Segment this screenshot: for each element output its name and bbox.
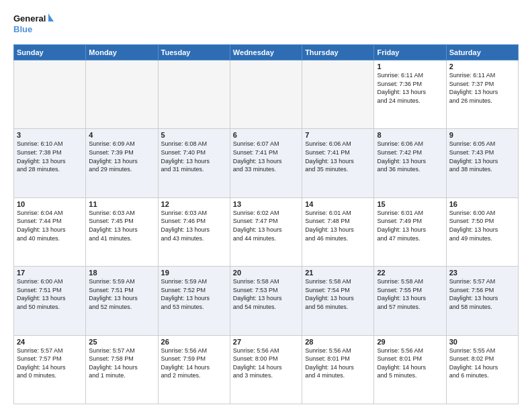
logo-svg: General Blue xyxy=(13,11,54,39)
calendar-day-cell xyxy=(230,60,302,129)
day-info: Sunrise: 5:58 AM Sunset: 7:55 PM Dayligh… xyxy=(377,277,443,311)
calendar-day-cell xyxy=(14,60,86,129)
calendar-day-cell: 18Sunrise: 5:59 AM Sunset: 7:51 PM Dayli… xyxy=(86,267,158,335)
day-number: 3 xyxy=(17,131,83,139)
calendar-day-cell: 30Sunrise: 5:55 AM Sunset: 8:02 PM Dayli… xyxy=(446,335,518,404)
day-number: 8 xyxy=(377,131,443,139)
day-info: Sunrise: 6:06 AM Sunset: 7:42 PM Dayligh… xyxy=(377,140,443,173)
calendar-week-row: 17Sunrise: 6:00 AM Sunset: 7:51 PM Dayli… xyxy=(14,267,519,335)
calendar-day-cell: 2Sunrise: 6:11 AM Sunset: 7:37 PM Daylig… xyxy=(446,60,518,129)
weekday-header: Thursday xyxy=(302,45,374,60)
day-number: 26 xyxy=(161,338,227,346)
calendar-day-cell xyxy=(86,60,158,129)
day-info: Sunrise: 6:05 AM Sunset: 7:43 PM Dayligh… xyxy=(449,140,515,173)
day-number: 25 xyxy=(89,338,154,346)
day-number: 16 xyxy=(449,200,515,208)
calendar-day-cell: 19Sunrise: 5:59 AM Sunset: 7:52 PM Dayli… xyxy=(158,267,230,335)
calendar-day-cell: 1Sunrise: 6:11 AM Sunset: 7:36 PM Daylig… xyxy=(374,60,446,129)
day-info: Sunrise: 6:03 AM Sunset: 7:46 PM Dayligh… xyxy=(161,209,227,242)
day-number: 24 xyxy=(17,338,83,346)
day-info: Sunrise: 5:57 AM Sunset: 7:57 PM Dayligh… xyxy=(17,347,83,380)
day-info: Sunrise: 6:07 AM Sunset: 7:41 PM Dayligh… xyxy=(233,140,299,173)
calendar-day-cell: 20Sunrise: 5:58 AM Sunset: 7:53 PM Dayli… xyxy=(230,267,302,335)
weekday-header: Friday xyxy=(374,45,446,60)
calendar-day-cell: 10Sunrise: 6:04 AM Sunset: 7:44 PM Dayli… xyxy=(14,197,86,266)
logo: General Blue xyxy=(13,11,54,39)
calendar-day-cell: 22Sunrise: 5:58 AM Sunset: 7:55 PM Dayli… xyxy=(374,267,446,335)
day-number: 17 xyxy=(17,269,83,277)
day-number: 29 xyxy=(377,338,443,346)
weekday-header: Sunday xyxy=(14,45,86,60)
calendar-week-row: 3Sunrise: 6:10 AM Sunset: 7:38 PM Daylig… xyxy=(14,129,519,197)
calendar-day-cell: 11Sunrise: 6:03 AM Sunset: 7:45 PM Dayli… xyxy=(86,197,158,266)
calendar-day-cell: 13Sunrise: 6:02 AM Sunset: 7:47 PM Dayli… xyxy=(230,197,302,266)
calendar-day-cell: 26Sunrise: 5:56 AM Sunset: 7:59 PM Dayli… xyxy=(158,335,230,404)
day-info: Sunrise: 6:02 AM Sunset: 7:47 PM Dayligh… xyxy=(233,209,299,242)
day-info: Sunrise: 5:57 AM Sunset: 7:56 PM Dayligh… xyxy=(449,277,515,311)
svg-text:General: General xyxy=(13,13,46,24)
day-number: 27 xyxy=(233,338,299,346)
calendar-day-cell: 9Sunrise: 6:05 AM Sunset: 7:43 PM Daylig… xyxy=(446,129,518,197)
day-number: 2 xyxy=(449,62,515,71)
calendar-day-cell: 12Sunrise: 6:03 AM Sunset: 7:46 PM Dayli… xyxy=(158,197,230,266)
day-number: 7 xyxy=(305,131,371,139)
day-number: 14 xyxy=(305,200,371,208)
day-number: 28 xyxy=(305,338,371,346)
day-info: Sunrise: 5:56 AM Sunset: 7:59 PM Dayligh… xyxy=(161,347,227,380)
day-number: 30 xyxy=(449,338,515,346)
day-number: 22 xyxy=(377,269,443,277)
calendar-week-row: 10Sunrise: 6:04 AM Sunset: 7:44 PM Dayli… xyxy=(14,197,519,266)
day-info: Sunrise: 6:06 AM Sunset: 7:41 PM Dayligh… xyxy=(305,140,371,173)
day-number: 9 xyxy=(449,131,515,139)
calendar-day-cell: 7Sunrise: 6:06 AM Sunset: 7:41 PM Daylig… xyxy=(302,129,374,197)
weekday-header: Monday xyxy=(86,45,158,60)
day-info: Sunrise: 6:11 AM Sunset: 7:37 PM Dayligh… xyxy=(449,71,515,105)
day-info: Sunrise: 6:03 AM Sunset: 7:45 PM Dayligh… xyxy=(89,209,154,242)
day-number: 12 xyxy=(161,200,227,208)
calendar-day-cell: 14Sunrise: 6:01 AM Sunset: 7:48 PM Dayli… xyxy=(302,197,374,266)
day-number: 18 xyxy=(89,269,154,277)
day-number: 21 xyxy=(305,269,371,277)
calendar-day-cell xyxy=(158,60,230,129)
svg-text:Blue: Blue xyxy=(13,24,32,34)
calendar-day-cell: 4Sunrise: 6:09 AM Sunset: 7:39 PM Daylig… xyxy=(86,129,158,197)
calendar-day-cell: 8Sunrise: 6:06 AM Sunset: 7:42 PM Daylig… xyxy=(374,129,446,197)
day-info: Sunrise: 6:00 AM Sunset: 7:51 PM Dayligh… xyxy=(17,277,83,311)
day-info: Sunrise: 6:11 AM Sunset: 7:36 PM Dayligh… xyxy=(377,71,443,105)
weekday-header-row: SundayMondayTuesdayWednesdayThursdayFrid… xyxy=(14,45,519,60)
day-number: 20 xyxy=(233,269,299,277)
day-info: Sunrise: 5:56 AM Sunset: 8:00 PM Dayligh… xyxy=(233,347,299,380)
svg-marker-1 xyxy=(48,13,54,21)
page: General Blue SundayMondayTuesdayWednesda… xyxy=(0,0,532,411)
day-info: Sunrise: 5:58 AM Sunset: 7:54 PM Dayligh… xyxy=(305,277,371,311)
calendar-day-cell: 5Sunrise: 6:08 AM Sunset: 7:40 PM Daylig… xyxy=(158,129,230,197)
day-info: Sunrise: 6:00 AM Sunset: 7:50 PM Dayligh… xyxy=(449,209,515,242)
day-number: 19 xyxy=(161,269,227,277)
calendar-day-cell: 6Sunrise: 6:07 AM Sunset: 7:41 PM Daylig… xyxy=(230,129,302,197)
calendar-day-cell: 27Sunrise: 5:56 AM Sunset: 8:00 PM Dayli… xyxy=(230,335,302,404)
day-number: 11 xyxy=(89,200,154,208)
calendar-day-cell: 21Sunrise: 5:58 AM Sunset: 7:54 PM Dayli… xyxy=(302,267,374,335)
day-info: Sunrise: 6:08 AM Sunset: 7:40 PM Dayligh… xyxy=(161,140,227,173)
weekday-header: Wednesday xyxy=(230,45,302,60)
day-number: 15 xyxy=(377,200,443,208)
day-info: Sunrise: 6:01 AM Sunset: 7:49 PM Dayligh… xyxy=(377,209,443,242)
day-info: Sunrise: 5:59 AM Sunset: 7:51 PM Dayligh… xyxy=(89,277,154,311)
day-number: 4 xyxy=(89,131,154,139)
calendar-day-cell: 23Sunrise: 5:57 AM Sunset: 7:56 PM Dayli… xyxy=(446,267,518,335)
calendar-day-cell: 17Sunrise: 6:00 AM Sunset: 7:51 PM Dayli… xyxy=(14,267,86,335)
day-number: 10 xyxy=(17,200,83,208)
weekday-header: Tuesday xyxy=(158,45,230,60)
weekday-header: Saturday xyxy=(446,45,518,60)
day-info: Sunrise: 5:59 AM Sunset: 7:52 PM Dayligh… xyxy=(161,277,227,311)
calendar-day-cell xyxy=(302,60,374,129)
calendar-day-cell: 15Sunrise: 6:01 AM Sunset: 7:49 PM Dayli… xyxy=(374,197,446,266)
day-info: Sunrise: 6:04 AM Sunset: 7:44 PM Dayligh… xyxy=(17,209,83,242)
calendar-day-cell: 28Sunrise: 5:56 AM Sunset: 8:01 PM Dayli… xyxy=(302,335,374,404)
calendar-day-cell: 25Sunrise: 5:57 AM Sunset: 7:58 PM Dayli… xyxy=(86,335,158,404)
day-info: Sunrise: 5:56 AM Sunset: 8:01 PM Dayligh… xyxy=(305,347,371,380)
day-info: Sunrise: 5:57 AM Sunset: 7:58 PM Dayligh… xyxy=(89,347,154,380)
day-number: 6 xyxy=(233,131,299,139)
calendar-day-cell: 29Sunrise: 5:56 AM Sunset: 8:01 PM Dayli… xyxy=(374,335,446,404)
calendar-week-row: 24Sunrise: 5:57 AM Sunset: 7:57 PM Dayli… xyxy=(14,335,519,404)
